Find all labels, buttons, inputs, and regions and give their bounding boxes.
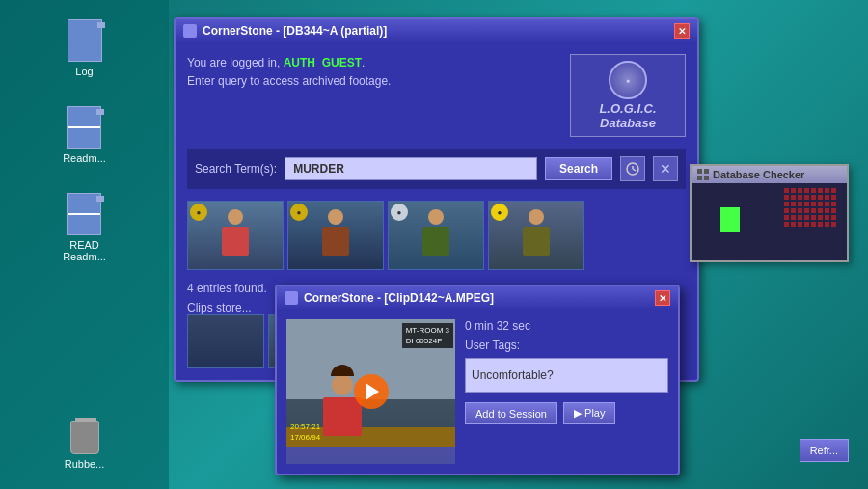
add-to-session-button[interactable]: Add to Session: [465, 402, 557, 424]
svg-rect-4: [704, 169, 709, 174]
svg-rect-3: [697, 169, 702, 174]
clipd-body: MT-ROOM 3 DI 00524P 20:57:21 17/06/94 0 …: [277, 310, 678, 474]
cornerstone-close-button[interactable]: ✕: [674, 23, 690, 39]
thumbnail-2[interactable]: ●: [287, 201, 384, 270]
search-button[interactable]: Search: [545, 157, 612, 180]
thumbnail-3[interactable]: ●: [388, 201, 484, 270]
clip-tags-input[interactable]: [465, 358, 668, 393]
logic-logo: ● L.O.G.I.C. Database: [570, 54, 686, 137]
sidebar-item-read-label: READ Readm...: [63, 239, 106, 262]
login-dot: .: [362, 56, 365, 69]
db-checker-body: [692, 183, 847, 260]
sidebar-item-log[interactable]: Log: [68, 19, 102, 77]
login-line1: You are logged in, AUTH_GUEST.: [187, 54, 391, 72]
clock-icon: [626, 162, 639, 176]
cornerstone-window-title: CornerStone - [DB344~A (partial)]: [203, 24, 387, 38]
sidebar: Log Readm... READ Readm... Rubbe...: [0, 0, 169, 489]
thumb-body-4: [523, 227, 550, 256]
svg-rect-6: [704, 176, 709, 180]
desktop: Log Readm... READ Readm... Rubbe...: [0, 0, 868, 489]
clipd-titlebar: CornerStone - [ClipD142~A.MPEG] ✕: [277, 286, 678, 310]
settings-button[interactable]: ✕: [653, 156, 678, 181]
play-triangle-icon: [366, 383, 379, 400]
video-person-hair: [331, 365, 354, 376]
search-label: Search Term(s):: [195, 162, 277, 176]
thumb-body-2: [322, 227, 349, 256]
login-line2: Enter query to access archived footage.: [187, 72, 391, 91]
video-person-head: [332, 374, 353, 395]
cornerstone-titlebar: CornerStone - [DB344~A (partial)] ✕: [176, 19, 697, 42]
sidebar-item-readm-label: Readm...: [63, 152, 106, 164]
extra-thumb-1[interactable]: [187, 314, 264, 368]
logic-emblem: ●: [609, 61, 647, 99]
sidebar-item-trash[interactable]: Rubbe...: [65, 421, 105, 470]
thumb-head-3: [428, 209, 444, 225]
thumbnail-1[interactable]: ●: [187, 201, 284, 270]
document-icon: [68, 19, 102, 62]
video-play-button[interactable]: [354, 374, 389, 409]
titlebar-left: CornerStone - [DB344~A (partial)]: [183, 24, 387, 38]
clip-info-panel: 0 min 32 sec User Tags: Add to Session ▶…: [465, 319, 668, 464]
timestamp-line2: 17/06/94: [290, 433, 320, 443]
db-green-indicator: [720, 207, 740, 232]
clock-icon-button[interactable]: [620, 156, 645, 181]
thumb-head-4: [529, 209, 544, 225]
db-checker-window: Database Checker: [690, 164, 849, 262]
sidebar-item-read[interactable]: READ Readm...: [63, 193, 106, 262]
clipd-window-title: CornerStone - [ClipD142~A.MPEG]: [304, 291, 494, 305]
thumb-person-3: [417, 209, 455, 262]
grid-icon: [697, 169, 709, 180]
trash-icon: [70, 421, 99, 454]
video-player: MT-ROOM 3 DI 00524P 20:57:21 17/06/94: [286, 319, 455, 464]
video-bottom-bar: [286, 447, 455, 464]
sidebar-item-log-label: Log: [75, 66, 93, 77]
thumb-head-1: [228, 209, 243, 225]
play-button[interactable]: ▶ Play: [563, 402, 615, 424]
clip-tags-label: User Tags:: [465, 339, 668, 352]
db-dot-grid: [784, 188, 837, 228]
sidebar-item-readm[interactable]: Readm...: [63, 106, 106, 164]
logic-title: L.O.G.I.C. Database: [581, 101, 675, 130]
thumbnail-4[interactable]: ●: [488, 201, 584, 270]
video-overlay-info: MT-ROOM 3 DI 00524P: [402, 323, 453, 348]
thumbnails-row: ● ●: [187, 201, 686, 270]
thumb-badge-2: ●: [290, 204, 308, 221]
svg-rect-5: [697, 176, 702, 180]
thumb-person-4: [517, 209, 556, 262]
search-row: Search Term(s): Search ✕: [187, 149, 686, 189]
db-checker-title: Database Checker: [713, 169, 804, 180]
clipd-window: CornerStone - [ClipD142~A.MPEG] ✕ MT-ROO…: [275, 285, 680, 475]
clipd-titlebar-left: CornerStone - [ClipD142~A.MPEG]: [285, 291, 494, 305]
db-checker-titlebar: Database Checker: [692, 166, 847, 183]
sidebar-item-trash-label: Rubbe...: [65, 458, 105, 470]
timestamp-line1: 20:57:21: [290, 422, 320, 432]
thumb-person-1: [216, 209, 255, 262]
thumb-person-2: [316, 209, 355, 262]
clip-duration: 0 min 32 sec: [465, 319, 668, 333]
thumb-body-3: [422, 227, 449, 256]
login-user: AUTH_GUEST: [284, 56, 362, 69]
thumb-head-2: [328, 209, 343, 225]
clipd-close-button[interactable]: ✕: [655, 290, 670, 306]
clip-buttons: Add to Session ▶ Play: [465, 402, 668, 424]
refresh-button[interactable]: Refr...: [800, 439, 849, 462]
login-text-block: You are logged in, AUTH_GUEST. Enter que…: [187, 54, 391, 91]
thumb-badge-3: ●: [391, 204, 408, 221]
thumb-badge-1: ●: [190, 204, 207, 221]
video-timestamp: 20:57:21 17/06/94: [290, 422, 320, 443]
video-person-body: [323, 397, 362, 436]
thumb-badge-4: ●: [491, 204, 508, 221]
svg-line-2: [633, 169, 636, 171]
document-icon-2: [67, 106, 101, 149]
clipd-icon: [285, 291, 298, 305]
thumb-body-1: [222, 227, 249, 256]
search-input[interactable]: [285, 157, 537, 180]
login-static-text: You are logged in,: [187, 56, 284, 69]
document-icon-3: [67, 193, 101, 235]
login-section: You are logged in, AUTH_GUEST. Enter que…: [187, 54, 686, 137]
overlay-info-text: MT-ROOM 3 DI 00524P: [406, 326, 449, 345]
cornerstone-icon: [183, 24, 197, 38]
